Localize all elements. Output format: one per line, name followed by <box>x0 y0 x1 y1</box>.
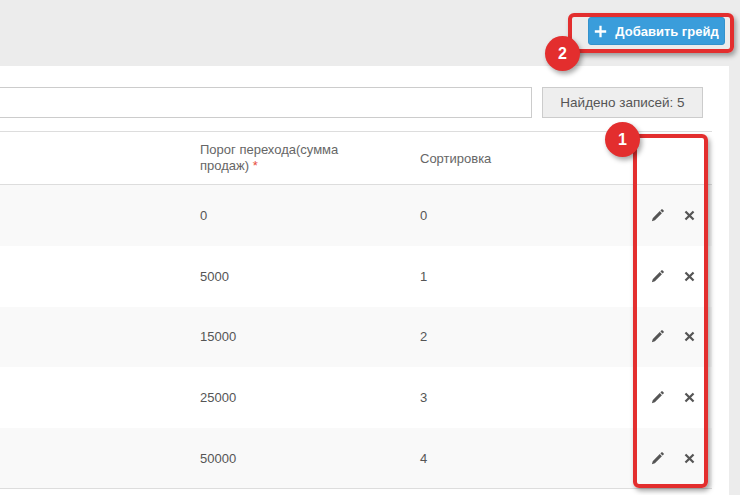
results-count-badge: Найдено записей: 5 <box>542 87 703 118</box>
threshold-cell: 5000 <box>200 269 420 284</box>
sort-cell: 2 <box>420 329 635 344</box>
grades-table: Порог перехода(сумма продаж) * Сортировк… <box>0 131 712 489</box>
threshold-cell: 50000 <box>200 451 420 466</box>
filter-input[interactable] <box>0 87 532 118</box>
add-grade-button-label: Добавить грейд <box>615 24 718 39</box>
threshold-cell: 0 <box>200 208 420 223</box>
table-row: 50000 4 <box>0 428 712 489</box>
add-grade-button[interactable]: Добавить грейд <box>588 17 725 45</box>
delete-x-icon[interactable] <box>682 390 698 406</box>
table-row: 5000 1 <box>0 246 712 307</box>
header-threshold-label: Порог перехода(сумма продаж) <box>200 142 338 173</box>
header-sort-label: Сортировка <box>420 151 491 166</box>
threshold-cell: 25000 <box>200 390 420 405</box>
edit-pencil-icon[interactable] <box>650 329 666 345</box>
edit-pencil-icon[interactable] <box>650 207 666 223</box>
table-row: 25000 3 <box>0 367 712 428</box>
threshold-cell: 15000 <box>200 329 420 344</box>
delete-x-icon[interactable] <box>682 450 698 466</box>
header-sort: Сортировка <box>420 151 635 166</box>
edit-pencil-icon[interactable] <box>650 268 666 284</box>
plus-icon <box>594 25 607 38</box>
required-asterisk: * <box>253 158 258 173</box>
table-row: 15000 2 <box>0 307 712 368</box>
table-header-row: Порог перехода(сумма продаж) * Сортировк… <box>0 132 712 185</box>
delete-x-icon[interactable] <box>682 268 698 284</box>
sort-cell: 0 <box>420 208 635 223</box>
page-right-gutter <box>729 66 740 495</box>
sort-cell: 1 <box>420 269 635 284</box>
delete-x-icon[interactable] <box>682 329 698 345</box>
table-row: 0 0 <box>0 185 712 246</box>
sort-cell: 3 <box>420 390 635 405</box>
header-threshold: Порог перехода(сумма продаж) * <box>200 142 420 175</box>
edit-pencil-icon[interactable] <box>650 450 666 466</box>
edit-pencil-icon[interactable] <box>650 390 666 406</box>
delete-x-icon[interactable] <box>682 207 698 223</box>
sort-cell: 4 <box>420 451 635 466</box>
